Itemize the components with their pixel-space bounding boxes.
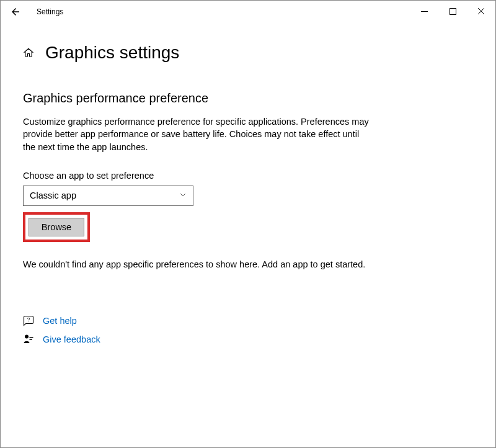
svg-text:?: ?	[27, 317, 30, 323]
page-header: Graphics settings	[23, 43, 473, 63]
svg-rect-1	[450, 8, 456, 14]
svg-point-3	[25, 335, 29, 339]
help-links: ? Get help Give feedback	[23, 315, 473, 345]
close-button[interactable]	[467, 1, 495, 22]
window-controls	[410, 1, 495, 22]
home-icon[interactable]	[23, 47, 34, 59]
get-help-link[interactable]: Get help	[43, 316, 77, 326]
maximize-button[interactable]	[438, 1, 467, 22]
minimize-button[interactable]	[410, 1, 438, 22]
get-help-row: ? Get help	[23, 315, 473, 326]
window-title: Settings	[37, 7, 63, 16]
maximize-icon	[450, 8, 456, 15]
give-feedback-row: Give feedback	[23, 334, 473, 345]
browse-button[interactable]: Browse	[29, 218, 84, 236]
highlight-annotation: Browse	[23, 212, 90, 242]
dropdown-value: Classic app	[30, 190, 76, 200]
back-arrow-icon	[10, 6, 21, 17]
give-feedback-link[interactable]: Give feedback	[43, 334, 100, 344]
back-button[interactable]	[6, 2, 25, 22]
empty-state-message: We couldn't find any app specific prefer…	[23, 258, 370, 271]
page-content: Graphics settings Graphics performance p…	[1, 23, 495, 345]
dropdown-label: Choose an app to set preference	[23, 171, 473, 181]
feedback-icon	[23, 334, 34, 345]
minimize-icon	[421, 8, 428, 15]
section-description: Customize graphics performance preferenc…	[23, 115, 370, 153]
svg-rect-0	[421, 11, 428, 12]
section-title: Graphics performance preference	[23, 91, 473, 105]
app-type-dropdown[interactable]: Classic app	[23, 186, 193, 206]
browse-button-label: Browse	[42, 222, 71, 232]
chevron-down-icon	[179, 190, 187, 200]
page-title: Graphics settings	[45, 43, 179, 63]
help-icon: ?	[23, 315, 34, 326]
close-icon	[477, 7, 485, 15]
